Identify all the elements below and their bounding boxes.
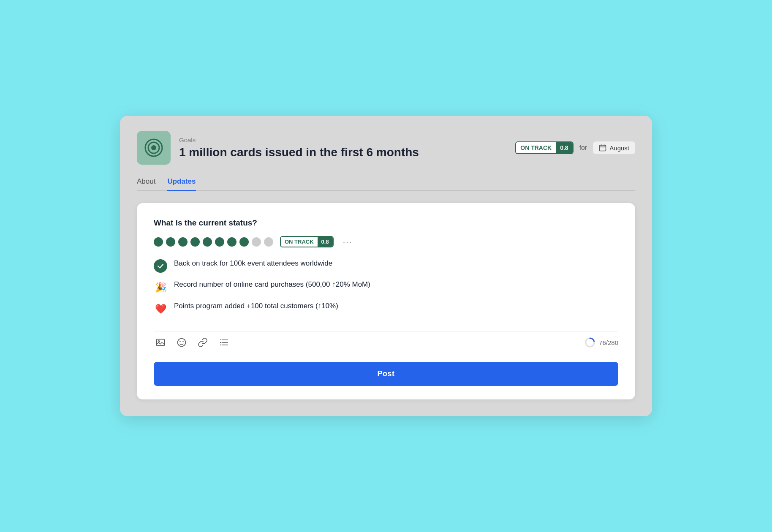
page-title: 1 million cards issued in the first 6 mo… [179,145,507,160]
dots-row [154,237,273,247]
main-container: Goals 1 million cards issued in the firs… [120,116,652,416]
svg-point-2 [151,145,156,150]
status-question: What is the current status? [154,218,618,228]
svg-point-9 [178,339,186,347]
for-label: for [579,144,587,152]
status-badge-inline: ON TRACK 0.8 [280,236,334,247]
svg-rect-12 [220,339,221,340]
tab-about[interactable]: About [137,177,155,191]
dot-10 [264,237,273,247]
goal-icon-box [137,131,171,165]
toolbar-row: 76/280 [154,331,618,355]
heart-icon: ❤️ [154,302,167,316]
breadcrumb: Goals [179,136,507,144]
status-inline-label: ON TRACK [281,237,318,247]
svg-rect-7 [157,339,165,346]
svg-point-10 [179,341,180,342]
status-row: ON TRACK 0.8 ··· [154,236,618,247]
update-text-3: Points program added +100 total customer… [174,302,338,310]
image-icon-button[interactable] [154,336,167,349]
link-icon-button[interactable] [196,336,209,349]
char-count: 76/280 [599,339,618,346]
svg-point-8 [158,341,160,342]
update-item-2: 🎉 Record number of online card purchases… [154,280,618,294]
party-icon: 🎉 [154,281,167,294]
more-options-button[interactable]: ··· [340,236,355,247]
header-right: ON TRACK 0.8 for August [515,141,635,154]
svg-rect-3 [600,145,606,151]
svg-point-11 [182,341,183,342]
header-text: Goals 1 million cards issued in the firs… [179,136,507,160]
update-text-2: Record number of online card purchases (… [174,280,370,289]
dot-3 [178,237,188,247]
dot-8 [239,237,249,247]
svg-rect-14 [220,342,221,343]
header: Goals 1 million cards issued in the firs… [137,131,635,165]
dot-9 [252,237,261,247]
list-icon-button[interactable] [217,336,231,349]
dot-4 [190,237,200,247]
calendar-icon [599,144,606,152]
char-count-area: 76/280 [584,337,618,348]
on-track-score: 0.8 [556,142,572,153]
dot-7 [227,237,236,247]
month-label: August [609,144,629,152]
update-item-3: ❤️ Points program added +100 total custo… [154,302,618,316]
month-badge: August [593,141,635,154]
dot-6 [215,237,224,247]
svg-rect-16 [220,345,221,345]
update-item-1: Back on track for 100k event attendees w… [154,259,618,273]
status-inline-score: 0.8 [318,237,333,247]
update-items: Back on track for 100k event attendees w… [154,259,618,316]
on-track-badge: ON TRACK 0.8 [515,141,573,154]
tab-updates[interactable]: Updates [167,177,196,191]
dot-2 [166,237,175,247]
char-progress-ring [584,337,595,348]
post-button[interactable]: Post [154,362,618,386]
update-card: What is the current status? ON TRACK 0.8… [137,203,635,399]
dot-1 [154,237,163,247]
tabs: About Updates [137,177,635,191]
update-text-1: Back on track for 100k event attendees w… [174,259,332,268]
on-track-label: ON TRACK [516,142,556,153]
dot-5 [203,237,212,247]
check-circle-icon [154,259,167,273]
emoji-icon-button[interactable] [175,336,188,349]
target-icon [144,138,163,157]
